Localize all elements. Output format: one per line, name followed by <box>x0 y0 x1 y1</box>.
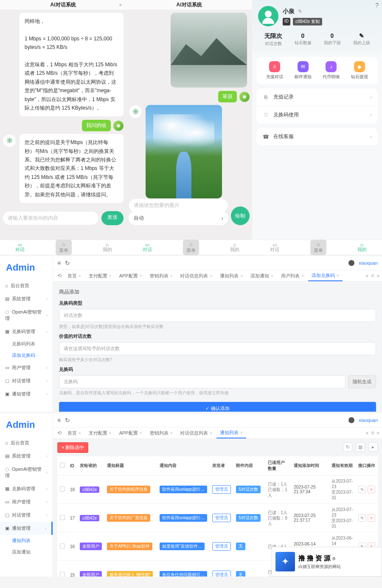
tab-item[interactable]: 通知列表× <box>216 428 246 438</box>
stat-item[interactable]: 0我的下级 <box>324 32 341 47</box>
nav-mine[interactable]: ☺我的 <box>230 243 239 252</box>
tab-item[interactable]: 添加通知× <box>247 271 277 281</box>
tab-item[interactable]: APP配置× <box>116 428 146 438</box>
side-sub[interactable]: 添加通知 <box>0 546 53 558</box>
stat-item[interactable]: 无限次对话次数 <box>264 32 282 47</box>
nav-menu[interactable]: 菜单 <box>310 240 326 255</box>
nav-menu[interactable]: 菜单 <box>183 240 199 255</box>
close-icon[interactable]: × <box>140 274 142 278</box>
tab-item[interactable]: 对话信息列表× <box>177 271 216 281</box>
nav-mine[interactable]: ☺我的 <box>103 243 112 252</box>
title-pill[interactable]: 关于软件的程序信息 <box>107 486 150 493</box>
nav-chat[interactable]: ▭对话 <box>15 243 25 252</box>
checkbox[interactable] <box>60 572 65 577</box>
globe-icon[interactable] <box>348 417 354 423</box>
tabs-next-icon[interactable]: » <box>376 273 379 279</box>
close-icon[interactable]: × <box>210 274 212 278</box>
checkbox[interactable] <box>60 543 65 548</box>
content-pill[interactable]: 软件采用uniapp进行… <box>160 514 207 522</box>
close-icon[interactable]: × <box>301 274 304 278</box>
type-select[interactable]: 对话次数 <box>59 309 376 322</box>
side-item[interactable]: ▢对话管理› <box>0 374 53 387</box>
tab-item[interactable]: 用户列表× <box>278 271 307 281</box>
close-icon[interactable]: × <box>109 274 112 278</box>
refresh-icon[interactable]: ↻ <box>65 417 70 424</box>
image-desc-input[interactable]: 请描述您想要的图片 <box>129 198 228 212</box>
tabs-home-icon[interactable]: ⟲ <box>56 273 63 279</box>
close-icon[interactable]: × <box>337 273 339 278</box>
stat-item[interactable]: 0钻石数量 <box>295 32 312 47</box>
send-button[interactable]: 发送 <box>101 211 124 225</box>
list-item[interactable]: ♡兑换码使用› <box>256 106 378 124</box>
close-icon[interactable]: × <box>240 430 243 435</box>
menu-toggle-icon[interactable]: ≡ <box>57 260 61 266</box>
close-icon[interactable]: × <box>140 431 142 435</box>
menu-toggle-icon[interactable]: ≡ <box>57 417 61 424</box>
tab-item[interactable]: 首页× <box>64 271 84 281</box>
generated-image[interactable] <box>146 105 222 198</box>
checkbox[interactable] <box>60 515 65 520</box>
current-user[interactable]: xiaoquan <box>359 418 378 423</box>
side-sub-active[interactable]: 添加兑换码 <box>0 350 53 361</box>
side-item[interactable]: ◌OpenAi密钥管理› <box>0 305 53 325</box>
content-pill[interactable]: 软件采用uniapp进行… <box>160 486 207 493</box>
nav-chat[interactable]: ▭对话 <box>270 243 279 252</box>
generate-button[interactable]: 随机生成 <box>348 375 376 388</box>
side-item[interactable]: ⌂后台首页 <box>0 436 53 449</box>
current-user[interactable]: xiaoquan <box>359 260 378 266</box>
code-input[interactable]: 兑换码 <box>59 375 345 388</box>
side-item[interactable]: ▦兑换码管理› <box>0 482 53 495</box>
edit-icon[interactable]: ✎ <box>358 514 366 522</box>
close-icon[interactable]: × <box>170 274 173 278</box>
list-item[interactable]: ⎘充值记录› <box>256 88 378 106</box>
close-icon[interactable]: × <box>271 274 273 278</box>
side-sub[interactable]: 兑换码列表 <box>0 338 53 350</box>
chat-input[interactable]: 请输入要发给Ai的内容 <box>3 211 99 225</box>
close-icon[interactable]: × <box>210 431 212 435</box>
tabs-home-icon[interactable]: ⟲ <box>56 430 63 436</box>
title-pill[interactable]: 服务器迁移人 物性能! <box>107 571 153 577</box>
tab-item[interactable]: 添加兑换码× <box>308 271 343 281</box>
close-icon[interactable]: × <box>109 431 112 435</box>
tabs-menu-icon[interactable]: ≡ <box>371 273 374 279</box>
tab-item[interactable]: 密钥列表× <box>146 428 176 438</box>
tab-item[interactable]: 支付配置× <box>85 428 115 438</box>
side-item[interactable]: ▭用户管理› <box>0 495 53 509</box>
side-item[interactable]: ▤系统管理› <box>0 449 53 463</box>
tab-item[interactable]: 支付配置× <box>85 271 115 281</box>
edit-icon[interactable]: ✎ <box>358 486 366 493</box>
list-item[interactable]: ☎在线客服› <box>256 128 378 145</box>
checkbox[interactable] <box>60 486 65 492</box>
table-header[interactable] <box>57 456 67 475</box>
tab-item[interactable]: 通知列表× <box>216 271 246 281</box>
nav-chat[interactable]: ▭对话 <box>143 243 152 252</box>
tabs-prev-icon[interactable]: « <box>366 273 369 279</box>
side-item[interactable]: ◌OpenAi密钥管理› <box>0 463 53 482</box>
side-item[interactable]: ▦兑换码管理› <box>0 325 53 338</box>
close-icon[interactable]: × <box>79 431 81 435</box>
id-code[interactable]: c8B42e 复制 <box>293 18 322 25</box>
edit-icon[interactable]: ✎ <box>298 8 302 14</box>
quick-item[interactable]: ◆钻石提现 <box>351 61 368 80</box>
close-icon[interactable]: × <box>170 431 173 435</box>
tab-item[interactable]: 密钥列表× <box>146 271 176 281</box>
quick-item[interactable]: ♕充值对话 <box>266 61 283 80</box>
help-icon[interactable]: ? <box>375 2 379 8</box>
export-icon[interactable]: ▸ <box>368 442 378 452</box>
stat-item[interactable]: ✎我的上级 <box>353 32 370 47</box>
add-tab-icon[interactable]: + <box>119 2 122 8</box>
tabs-menu-icon[interactable]: ≡ <box>371 430 374 436</box>
tabs-prev-icon[interactable]: « <box>366 430 369 436</box>
side-item[interactable]: ⌂后台首页 <box>0 279 53 292</box>
nav-mine[interactable]: ☺我的 <box>357 243 367 252</box>
quick-item[interactable]: ♪代币明细 <box>323 61 340 80</box>
generated-image[interactable] <box>171 13 247 88</box>
quick-item[interactable]: ✉邮件通知 <box>295 61 312 80</box>
style-select[interactable]: 自动 › <box>129 211 228 225</box>
content-pill[interactable]: 各位有任何问题都可… <box>160 571 207 577</box>
delete-icon[interactable]: × <box>368 514 375 522</box>
globe-icon[interactable] <box>348 260 354 266</box>
side-item[interactable]: ▤系统管理› <box>0 292 53 305</box>
refresh-icon[interactable]: ↻ <box>65 260 70 266</box>
side-sub-active[interactable]: 通知列表 <box>0 535 53 546</box>
